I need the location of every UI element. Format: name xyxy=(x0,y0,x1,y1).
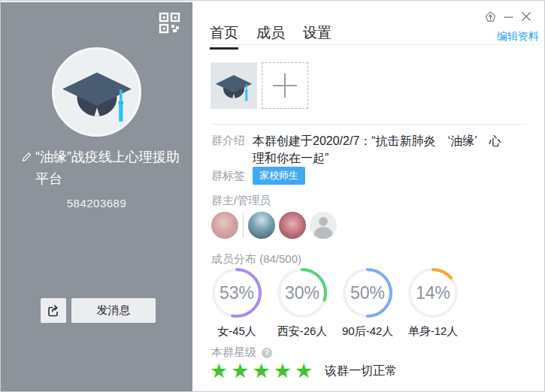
donut-chart: 50% 90后-42人 xyxy=(342,267,393,339)
section-divider xyxy=(211,124,527,125)
intro-label: 群介绍 xyxy=(211,134,245,148)
star-rating: ★★★★★ xyxy=(210,360,316,382)
minimize-icon[interactable] xyxy=(499,8,517,25)
add-avatar-button[interactable] xyxy=(262,62,308,109)
donut-chart: 30% 西安-26人 xyxy=(277,267,328,339)
pin-to-top-icon[interactable] xyxy=(481,8,499,25)
rating-row: ★★★★★ 该群一切正常 xyxy=(210,360,397,382)
send-message-button[interactable]: 发消息 xyxy=(71,298,156,323)
star-icon: ★ xyxy=(231,360,249,382)
donut-percent: 14% xyxy=(407,267,459,318)
owner-admin-separator xyxy=(243,213,244,238)
distribution-label: 成员分布 (84/500) xyxy=(211,252,301,267)
owner-avatar[interactable] xyxy=(211,212,238,239)
sidebar: “油缘”战疫线上心理援助平台 584203689 发消息 xyxy=(1,1,192,391)
group-profile-window: “油缘”战疫线上心理援助平台 584203689 发消息 xyxy=(0,0,545,392)
qr-code-icon[interactable] xyxy=(158,11,180,34)
star-icon: ★ xyxy=(274,360,292,382)
admins-row xyxy=(211,212,341,239)
tabs-divider xyxy=(210,44,540,45)
star-icon: ★ xyxy=(252,360,270,382)
donut-label: 女-45人 xyxy=(211,324,262,339)
group-name: “油缘”战疫线上心理援助平台 xyxy=(35,146,186,190)
donut-chart: 14% 单身-12人 xyxy=(407,267,459,339)
donut-chart: 53% 女-45人 xyxy=(211,267,262,339)
group-avatar[interactable] xyxy=(52,47,141,137)
donut-percent: 53% xyxy=(211,267,262,318)
admin-avatar[interactable] xyxy=(279,212,306,239)
donut-label: 90后-42人 xyxy=(342,324,393,339)
admins-label: 群主/管理员 xyxy=(211,194,271,208)
group-avatar-thumbnail[interactable] xyxy=(210,62,257,109)
intro-text: 本群创建于2020/2/7：“抗击新肺炎 ‘油缘’ 心理和你在一起” xyxy=(253,132,504,167)
star-icon: ★ xyxy=(210,360,228,382)
share-forward-icon xyxy=(46,303,61,318)
rating-status-text: 该群一切正常 xyxy=(325,363,397,379)
donut-percent: 50% xyxy=(342,267,393,318)
person-silhouette-icon xyxy=(319,217,328,226)
window-controls xyxy=(481,8,535,25)
edit-name-pencil-icon[interactable] xyxy=(20,151,32,163)
plus-icon xyxy=(271,71,299,100)
edit-profile-link[interactable]: 编辑资料 xyxy=(497,30,539,44)
tab-bar: 首页 成员 设置 xyxy=(210,23,332,50)
donut-percent: 30% xyxy=(277,267,328,318)
close-icon[interactable] xyxy=(517,8,535,25)
tab-settings[interactable]: 设置 xyxy=(303,23,332,50)
donut-label: 单身-12人 xyxy=(407,324,459,339)
tab-home[interactable]: 首页 xyxy=(210,23,238,50)
admin-avatar[interactable] xyxy=(248,212,275,239)
help-icon[interactable]: ? xyxy=(262,348,272,358)
sidebar-actions: 发消息 xyxy=(41,298,156,323)
share-button[interactable] xyxy=(41,298,66,323)
admin-avatar-default[interactable] xyxy=(310,212,337,239)
star-icon: ★ xyxy=(295,360,313,382)
rating-label: 本群星级 xyxy=(211,345,256,360)
donut-label: 西安-26人 xyxy=(277,324,328,339)
tags-label: 群标签 xyxy=(211,169,245,183)
rating-label-row: 本群星级 ? xyxy=(211,345,272,360)
member-distribution-charts: 53% 女-45人 30% 西安-26人 50% 90后-42 xyxy=(211,267,473,339)
group-id: 584203689 xyxy=(1,197,192,210)
tab-members[interactable]: 成员 xyxy=(256,23,285,50)
group-tag[interactable]: 家校师生 xyxy=(253,167,305,185)
